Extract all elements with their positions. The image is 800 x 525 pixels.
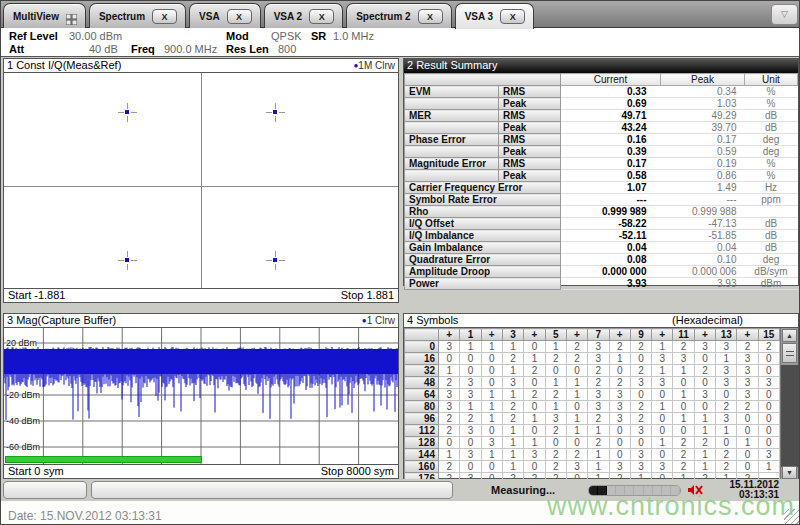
result-unit: dB/sym [745,266,798,278]
symbol-value-cell: 3 [566,461,587,473]
tab-close-button[interactable]: X [309,9,334,24]
mag-panel-footer: Start 0 sym Stop 8000 sym [4,464,398,478]
symbols-col-header[interactable]: 11 [673,329,694,341]
symbols-col-header[interactable]: 15 [758,329,779,341]
result-sub-cell[interactable]: Peak [499,122,561,134]
softkey-long-bar[interactable] [91,481,453,499]
result-row: Power3.933.93dBm [405,278,798,290]
symbol-value-cell: 0 [609,437,630,449]
symbols-row-index[interactable]: 96 [405,413,439,425]
symbols-row-index[interactable]: 0 [405,341,439,353]
tab-close-button[interactable]: X [152,9,177,24]
mag-panel-title: 3 Mag(Capture Buffer) [7,314,116,326]
symbol-value-cell: 2 [566,341,587,353]
symbol-value-cell: 3 [609,389,630,401]
result-sub-cell[interactable]: RMS [499,86,561,98]
symbols-panel-title: 4 Symbols [407,314,458,326]
result-name-cell[interactable] [405,146,499,158]
scroll-down-button[interactable]: ▼ [782,466,797,479]
symbol-value-cell: 3 [588,389,609,401]
tab-multiview[interactable]: MultiView [3,3,86,28]
symbols-col-header[interactable]: + [609,329,630,341]
tab-close-button[interactable]: X [227,9,252,24]
result-name-cell[interactable]: Carrier Frequency Error [405,182,561,194]
symbol-value-cell: 2 [545,449,566,461]
result-row: Rho0.999 9890.999 988 [405,206,798,218]
result-name-cell[interactable] [405,170,499,182]
result-name-cell[interactable]: EVM [405,86,499,98]
symbol-value-cell: 3 [737,377,758,389]
scrollbar-track[interactable] [781,365,799,467]
symbol-value-cell: 0 [566,437,587,449]
scroll-up-button[interactable]: ▲ [782,329,797,342]
symbols-row-index[interactable]: 128 [405,437,439,449]
symbol-value-cell: 2 [588,413,609,425]
symbols-col-header[interactable]: + [694,329,715,341]
scrollbar-thumb[interactable] [782,343,797,363]
symbols-row-index[interactable]: 48 [405,377,439,389]
symbols-col-header[interactable]: + [737,329,758,341]
symbols-col-header[interactable]: + [481,329,502,341]
result-sub-cell[interactable]: RMS [499,134,561,146]
tab-vsa[interactable]: VSAX [189,3,261,28]
symbols-row-index[interactable]: 112 [405,425,439,437]
result-sub-cell[interactable]: Peak [499,98,561,110]
tab-spectrum-2[interactable]: Spectrum 2X [346,3,451,28]
result-name-cell[interactable]: Rho [405,206,561,218]
tab-overflow-dropdown-button[interactable]: ▽ [771,4,798,25]
symbols-row-index[interactable]: 160 [405,461,439,473]
result-unit: ppm [745,194,798,206]
result-name-cell[interactable]: Magnitude Error [405,158,499,170]
symbols-col-header[interactable]: + [566,329,587,341]
date-line: Date: 15.NOV.2012 03:13:31 [8,509,162,523]
symbols-row-index[interactable]: 64 [405,389,439,401]
mag-plot[interactable]: 20 dBm-20 dBm-40 dBm-60 dBm [4,328,398,466]
constellation-start-label: Start -1.881 [8,289,65,301]
result-name-cell[interactable]: MER [405,110,499,122]
symbols-col-header[interactable]: + [439,329,460,341]
symbol-value-cell: 1 [716,353,737,365]
symbols-row-index[interactable]: 32 [405,365,439,377]
result-name-cell[interactable]: Gain Imbalance [405,242,561,254]
symbols-col-header[interactable]: 1 [460,329,481,341]
symbols-row-index[interactable]: 144 [405,449,439,461]
symbols-col-header[interactable]: 5 [545,329,566,341]
result-sub-cell[interactable]: Peak [499,170,561,182]
result-name-cell[interactable]: Quadrature Error [405,254,561,266]
tab-vsa-2[interactable]: VSA 2X [264,3,344,28]
result-name-cell[interactable]: Power [405,278,561,290]
tab-close-button[interactable]: X [500,9,525,24]
vsa-application-window: MultiViewSpectrumXVSAXVSA 2XSpectrum 2XV… [0,0,800,525]
result-peak-value: 0.19 [661,158,745,170]
symbol-value-cell: 2 [716,401,737,413]
result-name-cell[interactable]: I/Q Offset [405,218,561,230]
result-name-cell[interactable] [405,122,499,134]
symbols-col-header[interactable]: 3 [502,329,523,341]
result-sub-cell[interactable]: Peak [499,146,561,158]
symbol-value-cell: 0 [716,389,737,401]
symbols-col-header[interactable]: 7 [588,329,609,341]
result-sub-cell[interactable]: RMS [499,158,561,170]
symbols-scrollbar[interactable]: ▲ ▼ [780,328,798,480]
tab-close-button[interactable]: X [418,9,443,24]
result-sub-cell[interactable]: RMS [499,110,561,122]
result-name-cell[interactable]: Phase Error [405,134,499,146]
result-name-cell[interactable]: Symbol Rate Error [405,194,561,206]
result-name-cell[interactable]: I/Q Imbalance [405,230,561,242]
tab-vsa-3[interactable]: VSA 3X [455,3,535,29]
symbols-row-index[interactable]: 80 [405,401,439,413]
softkey-button[interactable] [3,481,87,499]
constellation-plot[interactable] [4,73,398,289]
result-name-cell[interactable]: Amplitude Droop [405,266,561,278]
symbols-row-index[interactable]: 16 [405,353,439,365]
symbols-col-header[interactable]: + [524,329,545,341]
symbols-col-header[interactable]: 9 [630,329,651,341]
symbol-value-cell: 1 [588,449,609,461]
tab-spectrum[interactable]: SpectrumX [89,3,186,28]
symbol-value-cell: 2 [694,437,715,449]
symbols-row: 1602001023133321201 [405,461,780,473]
result-name-cell[interactable] [405,98,499,110]
symbols-col-header[interactable]: + [652,329,673,341]
symbol-value-cell: 2 [630,413,651,425]
symbols-col-header[interactable]: 13 [716,329,737,341]
